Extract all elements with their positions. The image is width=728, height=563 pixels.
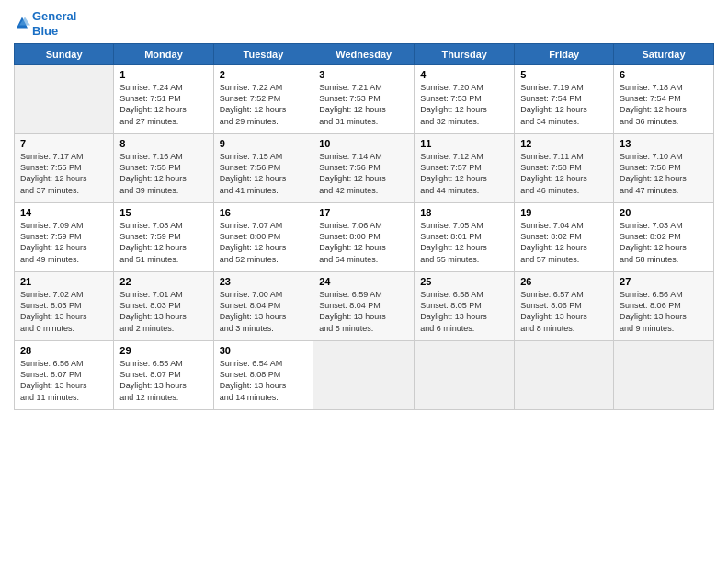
day-info: Sunrise: 7:10 AM Sunset: 7:58 PM Dayligh… [620, 151, 708, 196]
day-number: 10 [319, 138, 408, 149]
day-header-wednesday: Wednesday [313, 44, 415, 65]
calendar-cell: 3Sunrise: 7:21 AM Sunset: 7:53 PM Daylig… [313, 65, 415, 134]
logo-text: General Blue [32, 9, 76, 38]
day-info: Sunrise: 6:57 AM Sunset: 8:06 PM Dayligh… [520, 289, 608, 334]
calendar-cell: 14Sunrise: 7:09 AM Sunset: 7:59 PM Dayli… [15, 203, 114, 272]
calendar-cell: 25Sunrise: 6:58 AM Sunset: 8:05 PM Dayli… [415, 272, 515, 341]
calendar-cell [15, 65, 114, 134]
day-number: 1 [119, 69, 207, 80]
day-info: Sunrise: 7:11 AM Sunset: 7:58 PM Dayligh… [520, 151, 608, 196]
calendar-cell: 20Sunrise: 7:03 AM Sunset: 8:02 PM Dayli… [614, 203, 714, 272]
calendar-cell: 29Sunrise: 6:55 AM Sunset: 8:07 PM Dayli… [114, 341, 213, 410]
week-row-1: 1Sunrise: 7:24 AM Sunset: 7:51 PM Daylig… [15, 65, 714, 134]
calendar-cell: 19Sunrise: 7:04 AM Sunset: 8:02 PM Dayli… [515, 203, 614, 272]
day-number: 20 [620, 207, 708, 218]
week-row-5: 28Sunrise: 6:56 AM Sunset: 8:07 PM Dayli… [15, 341, 714, 410]
day-number: 6 [620, 69, 708, 80]
day-number: 2 [220, 69, 308, 80]
calendar-table: SundayMondayTuesdayWednesdayThursdayFrid… [14, 43, 714, 410]
header-row-days: SundayMondayTuesdayWednesdayThursdayFrid… [15, 44, 714, 65]
day-info: Sunrise: 6:59 AM Sunset: 8:04 PM Dayligh… [319, 289, 408, 334]
day-header-saturday: Saturday [614, 44, 714, 65]
day-info: Sunrise: 7:21 AM Sunset: 7:53 PM Dayligh… [319, 82, 408, 127]
day-info: Sunrise: 7:02 AM Sunset: 8:03 PM Dayligh… [20, 289, 108, 334]
day-info: Sunrise: 7:07 AM Sunset: 8:00 PM Dayligh… [220, 220, 308, 265]
logo: General Blue [14, 9, 76, 38]
week-row-4: 21Sunrise: 7:02 AM Sunset: 8:03 PM Dayli… [15, 272, 714, 341]
calendar-cell: 6Sunrise: 7:18 AM Sunset: 7:54 PM Daylig… [614, 65, 714, 134]
day-number: 28 [20, 345, 108, 356]
day-number: 7 [20, 138, 108, 149]
day-number: 4 [420, 69, 508, 80]
calendar-cell: 16Sunrise: 7:07 AM Sunset: 8:00 PM Dayli… [213, 203, 313, 272]
day-info: Sunrise: 7:20 AM Sunset: 7:53 PM Dayligh… [420, 82, 508, 127]
calendar-cell [614, 341, 714, 410]
calendar-cell: 18Sunrise: 7:05 AM Sunset: 8:01 PM Dayli… [415, 203, 515, 272]
calendar-cell: 15Sunrise: 7:08 AM Sunset: 7:59 PM Dayli… [114, 203, 213, 272]
calendar-cell: 28Sunrise: 6:56 AM Sunset: 8:07 PM Dayli… [15, 341, 114, 410]
calendar-cell [515, 341, 614, 410]
calendar-cell: 1Sunrise: 7:24 AM Sunset: 7:51 PM Daylig… [114, 65, 213, 134]
calendar-cell: 13Sunrise: 7:10 AM Sunset: 7:58 PM Dayli… [614, 134, 714, 203]
calendar-cell: 2Sunrise: 7:22 AM Sunset: 7:52 PM Daylig… [213, 65, 313, 134]
day-number: 18 [420, 207, 508, 218]
day-info: Sunrise: 7:08 AM Sunset: 7:59 PM Dayligh… [119, 220, 207, 265]
day-info: Sunrise: 7:22 AM Sunset: 7:52 PM Dayligh… [220, 82, 308, 127]
day-info: Sunrise: 6:58 AM Sunset: 8:05 PM Dayligh… [420, 289, 508, 334]
calendar-cell: 9Sunrise: 7:15 AM Sunset: 7:56 PM Daylig… [213, 134, 313, 203]
day-number: 22 [119, 276, 207, 287]
day-info: Sunrise: 7:09 AM Sunset: 7:59 PM Dayligh… [20, 220, 108, 265]
day-info: Sunrise: 7:17 AM Sunset: 7:55 PM Dayligh… [20, 151, 108, 196]
calendar-cell: 17Sunrise: 7:06 AM Sunset: 8:00 PM Dayli… [313, 203, 415, 272]
calendar-cell [313, 341, 415, 410]
day-info: Sunrise: 7:15 AM Sunset: 7:56 PM Dayligh… [220, 151, 308, 196]
day-number: 14 [20, 207, 108, 218]
day-number: 13 [620, 138, 708, 149]
day-number: 29 [119, 345, 207, 356]
calendar-cell: 27Sunrise: 6:56 AM Sunset: 8:06 PM Dayli… [614, 272, 714, 341]
day-info: Sunrise: 7:06 AM Sunset: 8:00 PM Dayligh… [319, 220, 408, 265]
calendar-cell: 12Sunrise: 7:11 AM Sunset: 7:58 PM Dayli… [515, 134, 614, 203]
calendar-container: General Blue SundayMondayTuesdayWednesda… [0, 0, 728, 563]
day-header-friday: Friday [515, 44, 614, 65]
day-number: 25 [420, 276, 508, 287]
day-info: Sunrise: 7:03 AM Sunset: 8:02 PM Dayligh… [620, 220, 708, 265]
day-info: Sunrise: 6:56 AM Sunset: 8:06 PM Dayligh… [620, 289, 708, 334]
calendar-cell: 23Sunrise: 7:00 AM Sunset: 8:04 PM Dayli… [213, 272, 313, 341]
day-info: Sunrise: 7:19 AM Sunset: 7:54 PM Dayligh… [520, 82, 608, 127]
day-info: Sunrise: 7:24 AM Sunset: 7:51 PM Dayligh… [119, 82, 207, 127]
day-header-monday: Monday [114, 44, 213, 65]
day-number: 27 [620, 276, 708, 287]
calendar-cell: 10Sunrise: 7:14 AM Sunset: 7:56 PM Dayli… [313, 134, 415, 203]
day-info: Sunrise: 7:01 AM Sunset: 8:03 PM Dayligh… [119, 289, 207, 334]
day-number: 11 [420, 138, 508, 149]
week-row-2: 7Sunrise: 7:17 AM Sunset: 7:55 PM Daylig… [15, 134, 714, 203]
day-info: Sunrise: 7:12 AM Sunset: 7:57 PM Dayligh… [420, 151, 508, 196]
day-number: 26 [520, 276, 608, 287]
day-info: Sunrise: 6:54 AM Sunset: 8:08 PM Dayligh… [220, 358, 308, 403]
day-number: 16 [220, 207, 308, 218]
calendar-cell [415, 341, 515, 410]
calendar-cell: 21Sunrise: 7:02 AM Sunset: 8:03 PM Dayli… [15, 272, 114, 341]
day-info: Sunrise: 7:18 AM Sunset: 7:54 PM Dayligh… [620, 82, 708, 127]
day-header-tuesday: Tuesday [213, 44, 313, 65]
day-info: Sunrise: 7:04 AM Sunset: 8:02 PM Dayligh… [520, 220, 608, 265]
day-number: 17 [319, 207, 408, 218]
day-info: Sunrise: 6:56 AM Sunset: 8:07 PM Dayligh… [20, 358, 108, 403]
day-number: 12 [520, 138, 608, 149]
calendar-cell: 26Sunrise: 6:57 AM Sunset: 8:06 PM Dayli… [515, 272, 614, 341]
calendar-cell: 30Sunrise: 6:54 AM Sunset: 8:08 PM Dayli… [213, 341, 313, 410]
calendar-cell: 11Sunrise: 7:12 AM Sunset: 7:57 PM Dayli… [415, 134, 515, 203]
day-number: 23 [220, 276, 308, 287]
calendar-cell: 4Sunrise: 7:20 AM Sunset: 7:53 PM Daylig… [415, 65, 515, 134]
calendar-cell: 24Sunrise: 6:59 AM Sunset: 8:04 PM Dayli… [313, 272, 415, 341]
header-row: General Blue [14, 9, 714, 38]
week-row-3: 14Sunrise: 7:09 AM Sunset: 7:59 PM Dayli… [15, 203, 714, 272]
day-number: 24 [319, 276, 408, 287]
day-number: 19 [520, 207, 608, 218]
day-number: 9 [220, 138, 308, 149]
day-info: Sunrise: 7:14 AM Sunset: 7:56 PM Dayligh… [319, 151, 408, 196]
day-number: 30 [220, 345, 308, 356]
day-header-thursday: Thursday [415, 44, 515, 65]
calendar-cell: 5Sunrise: 7:19 AM Sunset: 7:54 PM Daylig… [515, 65, 614, 134]
